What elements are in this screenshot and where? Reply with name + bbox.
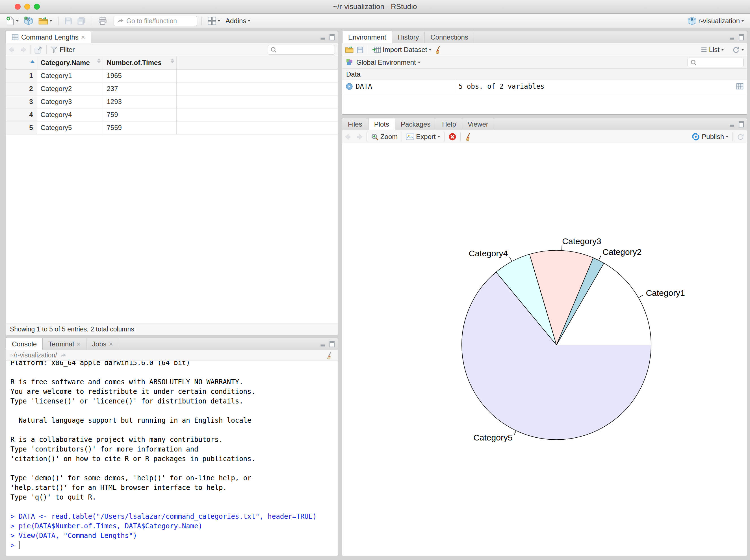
minimize-pane-icon[interactable] bbox=[729, 121, 735, 127]
tab-history[interactable]: History bbox=[392, 32, 425, 43]
tab-label: Viewer bbox=[468, 120, 488, 128]
close-tab-icon[interactable]: × bbox=[109, 341, 113, 347]
viewer-tabstrip: Command Lengths × bbox=[6, 32, 338, 43]
maximize-pane-icon[interactable] bbox=[329, 341, 335, 347]
tab-console[interactable]: Console bbox=[6, 338, 43, 350]
tab-command-lengths[interactable]: Command Lengths × bbox=[6, 32, 91, 43]
table-cell: Category1 bbox=[37, 69, 103, 82]
maximize-pane-icon[interactable] bbox=[329, 34, 335, 41]
main-toolbar: R Addins R r bbox=[0, 14, 750, 28]
column-header-category-name[interactable]: Category.Name bbox=[37, 56, 103, 69]
back-icon[interactable] bbox=[9, 47, 16, 53]
pane-layout-button[interactable] bbox=[206, 16, 222, 26]
row-number-cell: 4 bbox=[6, 108, 37, 121]
print-button[interactable] bbox=[97, 16, 108, 26]
tab-connections[interactable]: Connections bbox=[425, 32, 474, 43]
load-workspace-icon[interactable] bbox=[345, 46, 354, 53]
goto-file-search[interactable] bbox=[114, 16, 197, 26]
open-in-new-window-icon[interactable] bbox=[35, 46, 42, 54]
close-tab-icon[interactable]: × bbox=[81, 34, 85, 41]
environment-search-input[interactable] bbox=[698, 59, 741, 66]
tab-help[interactable]: Help bbox=[436, 118, 462, 130]
minimize-pane-icon[interactable] bbox=[320, 34, 327, 40]
console-output-line: You are welcome to redistribute it under… bbox=[11, 387, 333, 396]
goto-file-input[interactable] bbox=[126, 17, 191, 25]
project-caret-icon bbox=[741, 20, 744, 22]
expand-object-icon[interactable] bbox=[346, 83, 353, 90]
search-icon bbox=[690, 59, 697, 66]
viewer-search[interactable] bbox=[268, 45, 335, 55]
maximize-pane-icon[interactable] bbox=[738, 121, 744, 128]
refresh-environment-button[interactable] bbox=[732, 46, 744, 54]
forward-icon[interactable] bbox=[19, 47, 26, 53]
console-output-line: Type 'q()' to quit R. bbox=[11, 493, 333, 502]
tab-label: Plots bbox=[374, 120, 389, 128]
tab-jobs[interactable]: Jobs× bbox=[86, 338, 119, 350]
filter-label: Filter bbox=[60, 46, 75, 54]
save-all-button[interactable] bbox=[76, 16, 87, 26]
list-icon bbox=[700, 46, 707, 53]
new-file-button[interactable] bbox=[4, 15, 20, 26]
console-output-line bbox=[11, 406, 333, 416]
clear-environment-broom-icon[interactable] bbox=[434, 46, 442, 54]
environment-search[interactable] bbox=[688, 58, 744, 67]
open-file-caret-icon bbox=[50, 20, 52, 22]
next-plot-icon[interactable] bbox=[355, 134, 362, 140]
clear-console-broom-icon[interactable] bbox=[326, 352, 334, 359]
table-cell: 1965 bbox=[103, 69, 176, 82]
export-plot-button[interactable]: Export bbox=[406, 133, 440, 141]
column-header-number-of-times[interactable]: Number.of.Times bbox=[103, 56, 176, 69]
open-file-button[interactable] bbox=[37, 16, 54, 26]
list-view-button[interactable]: List bbox=[700, 46, 724, 54]
view-table-icon[interactable] bbox=[736, 83, 744, 89]
maximize-pane-icon[interactable] bbox=[738, 34, 744, 41]
new-project-button[interactable]: R bbox=[22, 15, 35, 27]
minimize-pane-icon[interactable] bbox=[320, 341, 327, 347]
tab-terminal[interactable]: Terminal× bbox=[43, 338, 86, 350]
close-tab-icon[interactable]: × bbox=[77, 341, 81, 347]
refresh-plot-icon[interactable] bbox=[737, 133, 744, 140]
import-dataset-button[interactable]: Import Dataset bbox=[372, 46, 432, 54]
project-menu-button[interactable]: R r-visualization bbox=[686, 15, 746, 27]
table-cell: 237 bbox=[103, 82, 176, 95]
save-all-icon bbox=[77, 17, 86, 25]
goto-directory-icon[interactable] bbox=[60, 353, 67, 358]
minimize-pane-icon[interactable] bbox=[729, 34, 735, 40]
tab-files[interactable]: Files bbox=[342, 118, 368, 130]
tab-plots[interactable]: Plots bbox=[368, 118, 395, 130]
new-project-icon: R bbox=[24, 16, 33, 26]
save-button[interactable] bbox=[63, 16, 74, 26]
tab-packages[interactable]: Packages bbox=[395, 118, 436, 130]
environment-object-row[interactable]: DATA 5 obs. of 2 variables bbox=[342, 80, 747, 93]
export-label: Export bbox=[416, 133, 435, 141]
console-tabstrip: Console Terminal× Jobs× bbox=[6, 338, 338, 350]
filler-cell bbox=[176, 108, 338, 121]
filler-cell bbox=[176, 69, 338, 82]
project-name-label: r-visualization bbox=[698, 17, 740, 25]
clear-plots-broom-icon[interactable] bbox=[465, 133, 473, 141]
remove-plot-icon[interactable] bbox=[449, 133, 456, 141]
filter-button[interactable]: Filter bbox=[51, 46, 75, 54]
tab-environment[interactable]: Environment bbox=[342, 32, 392, 43]
previous-plot-icon[interactable] bbox=[345, 134, 352, 140]
publish-button[interactable]: Publish bbox=[691, 133, 729, 141]
sort-up-icon bbox=[171, 59, 174, 60]
publish-caret-icon bbox=[726, 136, 729, 138]
console-path-bar: ~/r-visualization/ bbox=[6, 350, 338, 361]
addins-button[interactable]: Addins bbox=[224, 16, 252, 26]
console-input-line: > bbox=[11, 540, 333, 550]
toolbar-divider bbox=[367, 132, 367, 141]
row-number-header[interactable] bbox=[6, 56, 37, 69]
console-output-line: Platform: x86_64-apple-darwin15.6.0 (64-… bbox=[11, 361, 333, 367]
zoom-magnifier-icon bbox=[371, 133, 379, 141]
toolbar-divider bbox=[444, 132, 445, 141]
console-output[interactable]: Platform: x86_64-apple-darwin15.6.0 (64-… bbox=[6, 361, 338, 556]
zoom-plot-button[interactable]: Zoom bbox=[371, 133, 398, 141]
environment-scope-selector[interactable]: Global Environment bbox=[356, 59, 420, 66]
save-workspace-icon[interactable] bbox=[356, 46, 364, 54]
console-prompt: > bbox=[11, 541, 19, 549]
viewer-search-input[interactable] bbox=[279, 46, 332, 54]
tab-viewer[interactable]: Viewer bbox=[462, 118, 494, 130]
import-dataset-label: Import Dataset bbox=[383, 46, 427, 54]
tab-label: Terminal bbox=[48, 340, 74, 348]
